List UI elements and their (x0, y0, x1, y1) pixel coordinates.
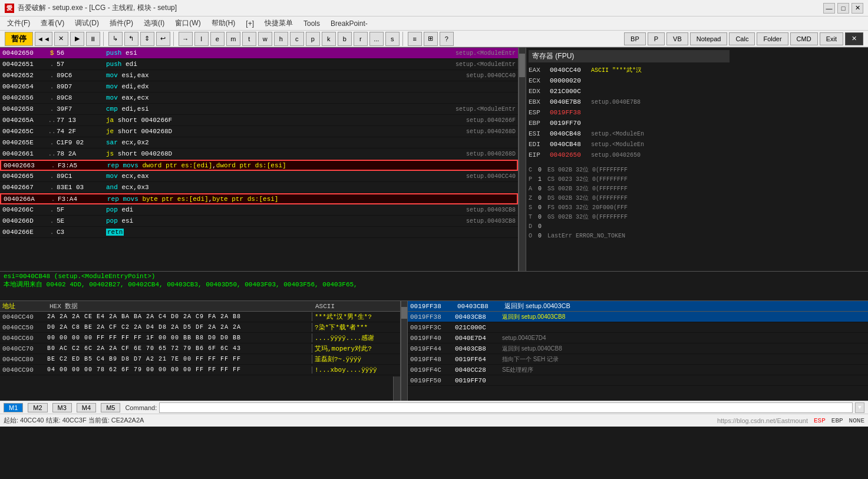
disasm-prefix: . (47, 105, 57, 113)
disasm-instr: push edi (104, 61, 400, 68)
stack-row[interactable]: 0019FF44 00403CB8 返回到 setup.0040CB8 (408, 343, 868, 354)
pause-button[interactable]: 暂停 (5, 32, 33, 46)
command-input[interactable] (159, 402, 853, 413)
disasm-row[interactable]: 00402650 $ 56 push esi setup.<ModuleEntr (0, 48, 518, 59)
stack-row[interactable]: 0019FF3C 021C000C (408, 322, 868, 333)
toolbar-w[interactable]: w (258, 32, 272, 46)
disasm-instr: mov eax,ecx (104, 94, 400, 101)
hex-row[interactable]: 0040CC50 D0 2A C8 BE 2A CF C2 2A D4 D8 2… (0, 322, 400, 333)
disasm-prefix: . (47, 229, 57, 236)
disasm-bytes: C1F9 02 (57, 139, 104, 146)
m1-button[interactable]: M1 (4, 403, 23, 412)
disasm-row[interactable]: 0040266E . C3 retn (0, 227, 518, 238)
toolbar-goto[interactable]: → (179, 32, 193, 46)
close-button[interactable]: ✕ (852, 3, 863, 14)
vb-button[interactable]: VB (666, 32, 688, 45)
hex-scrollbar[interactable] (401, 301, 408, 401)
toolbar-run[interactable]: ▶ (70, 32, 84, 46)
toolbar-b[interactable]: b (338, 32, 352, 46)
maximize-button[interactable]: □ (837, 3, 849, 14)
disasm-row[interactable]: 00402661 .. 78 2A js short 0040268D setu… (0, 148, 518, 160)
ebp-indicator: EBP (831, 417, 843, 424)
toolbar-rewind[interactable]: ◄◄ (35, 32, 52, 46)
toolbar-step-into[interactable]: ↳ (108, 32, 123, 46)
hex-col-hex: HEX 数据 (49, 302, 315, 310)
toolbar-t[interactable]: t (242, 32, 256, 46)
folder-button[interactable]: Folder (757, 32, 788, 45)
disasm-row[interactable]: 0040266D . 5E pop esi setup.00403CB8 (0, 216, 518, 227)
minimize-button[interactable]: — (823, 3, 835, 14)
exit-button[interactable]: Exit (820, 32, 843, 45)
disasm-prefix: . (47, 206, 57, 213)
toolbar-help[interactable]: ? (440, 32, 454, 46)
disasm-row[interactable]: 00402656 . 89C8 mov eax,ecx (0, 93, 518, 104)
menu-window[interactable]: 窗口(W) (170, 17, 205, 29)
m2-button[interactable]: M2 (28, 403, 47, 412)
disasm-row[interactable]: 00402651 . 57 push edi setup.<ModuleEntr (0, 59, 518, 70)
menu-plus[interactable]: [+] (241, 18, 259, 29)
disasm-row[interactable]: 0040265A .. 77 13 ja short 0040266F setu… (0, 115, 518, 126)
menu-tools[interactable]: Tools (299, 18, 325, 29)
disasm-bytes: 77 13 (57, 117, 104, 124)
menu-shortcuts[interactable]: 快捷菜单 (260, 17, 298, 29)
menu-help[interactable]: 帮助(H) (207, 17, 240, 29)
menu-debug[interactable]: 调试(D) (70, 17, 104, 29)
toolbar-step-back[interactable]: ↩ (156, 32, 170, 46)
toolbar-r[interactable]: r (354, 32, 368, 46)
toolbar-h[interactable]: h (274, 32, 288, 46)
menu-view[interactable]: 查看(V) (36, 17, 69, 29)
m4-button[interactable]: M4 (77, 403, 96, 412)
close-x-button[interactable]: ✕ (845, 32, 863, 45)
disasm-row[interactable]: 00402654 . 89D7 mov edi,edx (0, 81, 518, 93)
toolbar-l[interactable]: l (194, 32, 209, 46)
disasm-row[interactable]: 0040265E . C1F9 02 sar ecx,0x2 (0, 137, 518, 148)
m5-button[interactable]: M5 (101, 403, 120, 412)
disasm-scrollbar[interactable] (519, 48, 526, 271)
calc-button[interactable]: Calc (729, 32, 755, 45)
stack-row[interactable]: 0019FF48 0019FF64 指向下一个 SEH 记录 (408, 354, 868, 365)
stack-row[interactable]: 0019FF40 0040E7D4 setup.0040E7D4 (408, 333, 868, 343)
stack-row[interactable]: 0019FF4C 0040CC28 SE处理程序 (408, 365, 868, 375)
disasm-row[interactable]: 00402652 . 89C6 mov esi,eax setup.0040CC… (0, 70, 518, 81)
hex-row[interactable]: 0040CC70 B0 AC C2 6C 2A 2A CF 6E 70 65 7… (0, 343, 400, 354)
toolbar-step-out[interactable]: ⇕ (140, 32, 154, 46)
hex-row[interactable]: 0040CC40 2A 2A 2A CE E4 2A BA BA 2A C4 D… (0, 312, 400, 322)
hex-row[interactable]: 0040CC80 BE C2 ED B5 C4 B9 D8 D7 A2 21 7… (0, 354, 400, 365)
bp-button[interactable]: BP (624, 32, 646, 45)
toolbar-e[interactable]: e (210, 32, 225, 46)
toolbar-step-over[interactable]: ↰ (124, 32, 138, 46)
notepad-button[interactable]: Notepad (690, 32, 728, 45)
toolbar-pause2[interactable]: ⏸ (86, 32, 100, 46)
disasm-row-rep1[interactable]: 00402663 . F3:A5 rep movs dword ptr es:[… (0, 160, 518, 171)
disasm-row[interactable]: 00402665 . 89C1 mov ecx,eax setup.0040CC… (0, 171, 518, 182)
menu-breakpoint[interactable]: BreakPoint- (326, 18, 372, 29)
hex-row[interactable]: 0040CC60 00 00 00 00 FF FF FF FF 1F 00 0… (0, 333, 400, 343)
toolbar-c[interactable]: c (290, 32, 304, 46)
p-button[interactable]: P (648, 32, 665, 45)
toolbar-m[interactable]: m (226, 32, 240, 46)
toolbar-stop[interactable]: ✕ (54, 32, 68, 46)
toolbar-list[interactable]: ≡ (408, 32, 422, 46)
toolbar-p[interactable]: p (306, 32, 320, 46)
disasm-row[interactable]: 00402667 . 83E1 03 and ecx,0x3 (0, 182, 518, 193)
reg-esi: ESI 0040CB48 setup.<ModuleEn (529, 128, 730, 139)
disasm-row[interactable]: 0040265C .. 74 2F je short 0040268D setu… (0, 126, 518, 137)
command-dropdown[interactable]: ▼ (855, 402, 864, 413)
disasm-row-rep2[interactable]: 0040266A . F3:A4 rep movs byte ptr es:[e… (0, 193, 518, 204)
menu-options[interactable]: 选项(I) (139, 17, 169, 29)
disasm-row[interactable]: 0040266C . 5F pop edi setup.00403CB8 (0, 204, 518, 216)
disasm-row[interactable]: 00402658 . 39F7 cmp edi,esi setup.<Modul… (0, 104, 518, 115)
menu-file[interactable]: 文件(F) (2, 17, 35, 29)
title-bar-controls[interactable]: — □ ✕ (823, 3, 863, 14)
cmd-button[interactable]: CMD (790, 32, 818, 45)
hex-row[interactable]: 0040CC90 04 00 00 00 78 62 6F 79 00 00 0… (0, 365, 400, 375)
m3-button[interactable]: M3 (52, 403, 72, 412)
stack-row[interactable]: 0019FF50 0019FF70 (408, 375, 868, 386)
disasm-panel[interactable]: 00402650 $ 56 push esi setup.<ModuleEntr… (0, 48, 519, 271)
toolbar-dots[interactable]: ... (369, 32, 384, 46)
toolbar-s[interactable]: s (385, 32, 400, 46)
stack-row[interactable]: 0019FF38 00403CB8 返回到 setup.00403CB8 (408, 312, 868, 322)
toolbar-grid[interactable]: ⊞ (424, 32, 438, 46)
toolbar-k[interactable]: k (322, 32, 336, 46)
menu-plugin[interactable]: 插件(P) (105, 17, 138, 29)
